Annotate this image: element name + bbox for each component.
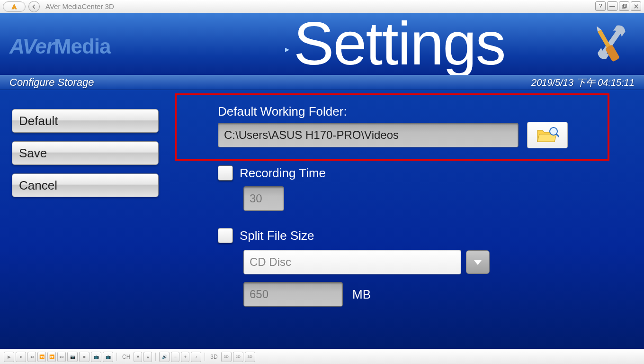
- camera-icon: 📷: [70, 355, 75, 359]
- chevron-down-icon: [472, 256, 483, 268]
- channel-down-button[interactable]: ▼: [134, 352, 142, 362]
- play-button[interactable]: ▶: [4, 352, 14, 362]
- plus-icon: +: [184, 355, 187, 359]
- main-body: Default Save Cancel Default Working Fold…: [0, 90, 644, 349]
- breadcrumb-arrow-icon: ▸: [285, 44, 289, 55]
- split-file-label: Split File Size: [240, 228, 314, 243]
- size-unit-label: MB: [352, 287, 371, 302]
- channel-label: CH: [122, 354, 130, 360]
- app-logo-button[interactable]: [3, 1, 26, 12]
- close-button[interactable]: [631, 1, 641, 11]
- stop-button[interactable]: ■: [79, 352, 89, 362]
- folder-path-input[interactable]: C:\Users\ASUS H170-PRO\Videos: [218, 123, 519, 147]
- rewind-button[interactable]: ⏪: [37, 352, 46, 362]
- channel-up-button[interactable]: ▲: [143, 352, 152, 362]
- folder-label: Default Working Folder:: [218, 104, 568, 119]
- minimize-button[interactable]: —: [607, 1, 617, 11]
- forward-button[interactable]: ⏩: [47, 352, 56, 362]
- rewind-icon: ⏪: [39, 355, 45, 359]
- music-icon: ♪: [195, 355, 197, 359]
- window-title: AVer MediaCenter 3D: [45, 2, 114, 10]
- skip-forward-button[interactable]: ⏭: [57, 352, 66, 362]
- help-icon: ?: [599, 3, 602, 9]
- recording-time-input[interactable]: 30: [243, 186, 284, 211]
- back-button[interactable]: [28, 1, 40, 12]
- maximize-icon: [622, 4, 627, 9]
- chevron-down-icon: ▼: [136, 355, 140, 359]
- recording-time-label: Recording Time: [240, 166, 326, 181]
- save-button[interactable]: Save: [12, 141, 159, 165]
- volume-up-button[interactable]: +: [181, 352, 189, 362]
- tv-icon: 📺: [94, 355, 99, 359]
- recording-time-checkbox[interactable]: [218, 165, 233, 181]
- browse-folder-button[interactable]: [527, 122, 568, 148]
- skip-back-button[interactable]: ⏮: [27, 352, 36, 362]
- titlebar: AVer MediaCenter 3D ? —: [0, 0, 644, 13]
- maximize-button[interactable]: [619, 1, 629, 11]
- back-arrow-icon: [31, 4, 37, 9]
- separator: [155, 353, 156, 361]
- cancel-button[interactable]: Cancel: [12, 173, 159, 197]
- subheader: Configure Storage 2019/5/13 下午 04:15:11: [0, 75, 644, 90]
- split-file-checkbox[interactable]: [218, 228, 233, 243]
- 3d-mode2-button[interactable]: 2D: [233, 352, 243, 362]
- split-size-input[interactable]: 650: [243, 282, 343, 307]
- music-button[interactable]: ♪: [191, 352, 201, 362]
- storage-form: Default Working Folder: C:\Users\ASUS H1…: [218, 104, 568, 307]
- play-icon: ▶: [8, 355, 11, 359]
- chevron-up-icon: ▲: [146, 355, 150, 359]
- stop-icon: ■: [83, 355, 85, 359]
- tv-icon: 📺: [106, 355, 111, 359]
- speaker-icon: 🔊: [162, 355, 167, 359]
- tv2-button[interactable]: 📺: [103, 352, 113, 362]
- help-button[interactable]: ?: [595, 1, 606, 11]
- minus-icon: −: [174, 355, 177, 359]
- mute-button[interactable]: 🔊: [159, 352, 170, 362]
- separator: [205, 353, 205, 361]
- 3d-mode1-button[interactable]: 3D: [221, 352, 232, 362]
- breadcrumb: Configure Storage: [9, 76, 94, 89]
- svg-line-6: [556, 134, 559, 136]
- separator: [116, 353, 117, 361]
- split-size-dropdown[interactable]: CD Disc: [243, 250, 461, 274]
- record-icon: ●: [19, 355, 22, 359]
- timestamp: 2019/5/13 下午 04:15:11: [531, 76, 635, 89]
- skip-back-icon: ⏮: [30, 355, 34, 359]
- 3d-label: 3D: [210, 354, 217, 360]
- folder-search-icon: [536, 126, 559, 145]
- skip-forward-icon: ⏭: [60, 355, 64, 359]
- brand-logo: AVerMedia: [9, 35, 111, 58]
- record-button[interactable]: ●: [16, 352, 26, 362]
- header: AVerMedia ▸ Settings: [0, 13, 644, 75]
- page-title: Settings: [294, 13, 505, 75]
- close-icon: [634, 4, 639, 9]
- settings-tools-icon: [582, 20, 635, 73]
- 3d-mode3-button[interactable]: 3D: [245, 352, 255, 362]
- tv1-button[interactable]: 📺: [91, 352, 101, 362]
- snapshot-button[interactable]: 📷: [67, 352, 78, 362]
- volume-down-button[interactable]: −: [171, 352, 179, 362]
- app-logo-icon: [10, 3, 18, 10]
- bottom-toolbar: ▶ ● ⏮ ⏪ ⏩ ⏭ 📷 ■ 📺 📺 CH ▼ ▲ 🔊 − + ♪ 3D 3D…: [0, 349, 644, 364]
- dropdown-toggle-button[interactable]: [466, 250, 490, 274]
- forward-icon: ⏩: [49, 355, 54, 359]
- minimize-icon: —: [609, 3, 615, 9]
- default-button[interactable]: Default: [12, 109, 159, 133]
- sidebar: Default Save Cancel: [12, 109, 159, 197]
